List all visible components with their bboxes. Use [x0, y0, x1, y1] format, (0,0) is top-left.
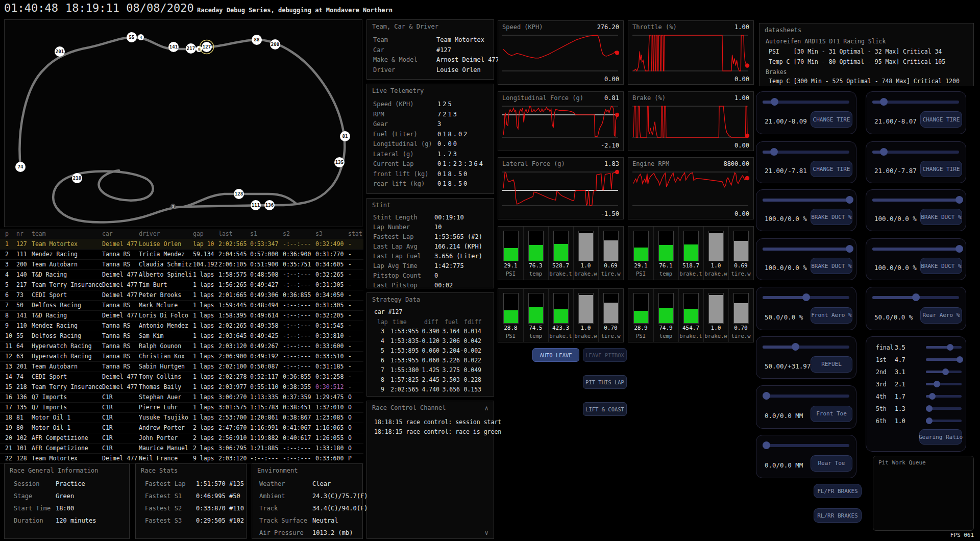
table-row[interactable]: 22128Team MotortexDeimel 477Neil France9…	[0, 453, 363, 464]
slider-handle[interactable]	[955, 245, 963, 253]
table-row[interactable]: 1474CEDI SportDeimel 477Tony Collins1 la…	[0, 372, 363, 382]
rear-aero--button[interactable]: Rear Aero %	[920, 307, 962, 324]
slider[interactable]	[763, 248, 849, 251]
table-row[interactable]: 673CEDI SportDeimel 477Peter Brooks1 lap…	[0, 290, 363, 301]
slider[interactable]	[872, 151, 959, 154]
table-row[interactable]: 5217Team Terry InsuranceDeimel 477Tim Bu…	[0, 280, 363, 290]
slider[interactable]	[872, 101, 959, 104]
table-row[interactable]: 8141T&D RacingDeimel 477Loris Di Folco1 …	[0, 310, 363, 321]
front-aero--button[interactable]: Front Aero %	[811, 307, 852, 324]
slider[interactable]	[872, 199, 959, 202]
car-marker-217[interactable]: 217	[186, 43, 196, 54]
car-marker-218[interactable]: 218	[72, 173, 82, 183]
slider[interactable]	[763, 296, 849, 299]
slider[interactable]	[763, 151, 849, 154]
scroll-up-icon[interactable]: ∧	[484, 404, 488, 412]
slider[interactable]	[926, 371, 962, 373]
car-marker-200[interactable]: 200	[270, 39, 280, 50]
table-row[interactable]: 16136Q7 ImportsC1RStephan Auer1 laps3:00…	[0, 392, 363, 403]
slider[interactable]	[872, 296, 959, 299]
table-row[interactable]: 1127Team MotortexDeimel 477Louise Orlenl…	[0, 239, 363, 250]
slider[interactable]	[926, 383, 962, 385]
slider-handle[interactable]	[942, 368, 949, 375]
scroll-down-icon[interactable]: ∨	[484, 529, 488, 536]
slider-handle[interactable]	[880, 148, 888, 156]
slider-handle[interactable]	[771, 98, 778, 106]
slider[interactable]	[763, 199, 849, 202]
slider-handle[interactable]	[955, 196, 963, 204]
table-row[interactable]: 1881Motor Oil 1C1RYusuke Tsujiko1 laps2:…	[0, 412, 363, 423]
slider[interactable]	[926, 395, 962, 398]
car-marker-135[interactable]: 135	[334, 157, 345, 167]
table-row[interactable]: 20102AFR CompetizioneC1RJohn Porter2 lap…	[0, 433, 363, 444]
gearing-ratio-button[interactable]: Gearing Ratio	[919, 429, 962, 445]
slider[interactable]	[926, 346, 962, 349]
car-marker-136[interactable]: 136	[264, 200, 275, 210]
slider-handle[interactable]	[934, 381, 940, 387]
slider[interactable]	[763, 101, 849, 104]
car-marker-128[interactable]: 128	[234, 189, 244, 199]
slider-handle[interactable]	[926, 417, 933, 424]
pit-this-lap-button[interactable]: PIT THIS LAP	[583, 375, 627, 389]
car-marker-201[interactable]: 201	[55, 46, 65, 57]
car-marker-74[interactable]: 74	[15, 162, 26, 172]
table-row[interactable]: 15218Team Terry InsuranceDeimel 477Thoma…	[0, 382, 363, 392]
slider-handle[interactable]	[763, 392, 770, 400]
refuel-button[interactable]: REFUEL	[811, 356, 852, 373]
brake-duct--button[interactable]: BRAKE DUCT %	[920, 209, 962, 225]
slider-handle[interactable]	[770, 148, 778, 156]
change-tire-button[interactable]: CHANGE TIRE	[811, 111, 852, 128]
slider[interactable]	[763, 346, 849, 349]
car-marker-55[interactable]: 55	[127, 32, 137, 42]
slider-handle[interactable]	[947, 344, 953, 351]
slider-handle[interactable]	[929, 393, 936, 400]
car-marker-81[interactable]: 81	[340, 131, 350, 141]
table-row[interactable]: 1980Motor Oil 1C1RAndrew Porter2 laps2:4…	[0, 423, 363, 433]
leave-pitbox-button[interactable]: LEAVE PITBOX	[583, 348, 627, 362]
table-row[interactable]: 17135Q7 ImportsC1RPierre Luhr1 laps3:01:…	[0, 402, 363, 413]
front-toe-button[interactable]: Front Toe	[811, 406, 852, 422]
table-row[interactable]: 1263Hyperwatch RacingTanna RSChristian K…	[0, 351, 363, 362]
table-row[interactable]: 3200Team AutobarnTanna RSClaudia Schmitz…	[0, 259, 363, 270]
change-tire-button[interactable]: CHANGE TIRE	[811, 161, 852, 177]
slider[interactable]	[926, 420, 962, 422]
rl-rr-brakes-button[interactable]: RL/RR BRAKES	[814, 508, 862, 523]
slider-handle[interactable]	[957, 356, 963, 363]
table-row[interactable]: 750Delfoss RacingTanna RSMark Mclure1 la…	[0, 300, 363, 311]
slider-handle[interactable]	[802, 293, 810, 301]
slider-handle[interactable]	[846, 196, 853, 204]
table-row[interactable]: 1055Delfoss RacingTanna RSSam Kim1 laps2…	[0, 331, 363, 341]
fl-fr-brakes-button[interactable]: FL/FR BRAKES	[814, 484, 862, 498]
car-marker-127[interactable]: 127	[200, 40, 214, 54]
slider[interactable]	[872, 248, 959, 251]
brake-duct--button[interactable]: BRAKE DUCT %	[920, 258, 962, 274]
table-row[interactable]: 4140T&D RacingDeimel 477Alberto Spineli1…	[0, 269, 363, 280]
lift-coast-button[interactable]: LIFT & COAST	[583, 402, 627, 416]
slider[interactable]	[926, 358, 962, 361]
car-marker-4[interactable]: 4	[138, 34, 144, 40]
slider-handle[interactable]	[763, 441, 770, 449]
slider[interactable]	[926, 407, 962, 410]
brake-duct--button[interactable]: BRAKE DUCT %	[811, 258, 852, 274]
car-marker-141[interactable]: 141	[168, 42, 179, 52]
change-tire-button[interactable]: CHANGE TIRE	[920, 161, 962, 177]
brake-duct--button[interactable]: BRAKE DUCT %	[811, 209, 852, 225]
table-row[interactable]: 21101AFR CompetizioneC1RMaurice Manuel2 …	[0, 443, 363, 454]
slider[interactable]	[763, 395, 849, 398]
table-row[interactable]: 9110Mendez RacingTanna RSAntonio Mendez1…	[0, 321, 363, 331]
table-row[interactable]: 13201Team AutobarnTanna RSSabin Hurtgen1…	[0, 361, 363, 372]
slider-handle[interactable]	[912, 293, 920, 301]
table-row[interactable]: 1164Hyperwatch RacingTanna RSRalph Gouno…	[0, 341, 363, 352]
slider-handle[interactable]	[792, 343, 799, 351]
table-row[interactable]: 2111Mendez RacingTanna RSTricia Mendez59…	[0, 249, 363, 260]
car-marker-111[interactable]: 111	[251, 200, 261, 210]
change-tire-button[interactable]: CHANGE TIRE	[920, 111, 962, 128]
slider-handle[interactable]	[880, 98, 888, 106]
slider-handle[interactable]	[846, 245, 853, 253]
car-marker-88[interactable]: 88	[252, 35, 262, 45]
auto-leave-button[interactable]: AUTO-LEAVE	[532, 348, 579, 362]
slider[interactable]	[763, 444, 849, 447]
car-marker-3[interactable]: 3	[170, 204, 176, 209]
rear-toe-button[interactable]: Rear Toe	[811, 455, 852, 472]
slider-handle[interactable]	[926, 405, 933, 412]
